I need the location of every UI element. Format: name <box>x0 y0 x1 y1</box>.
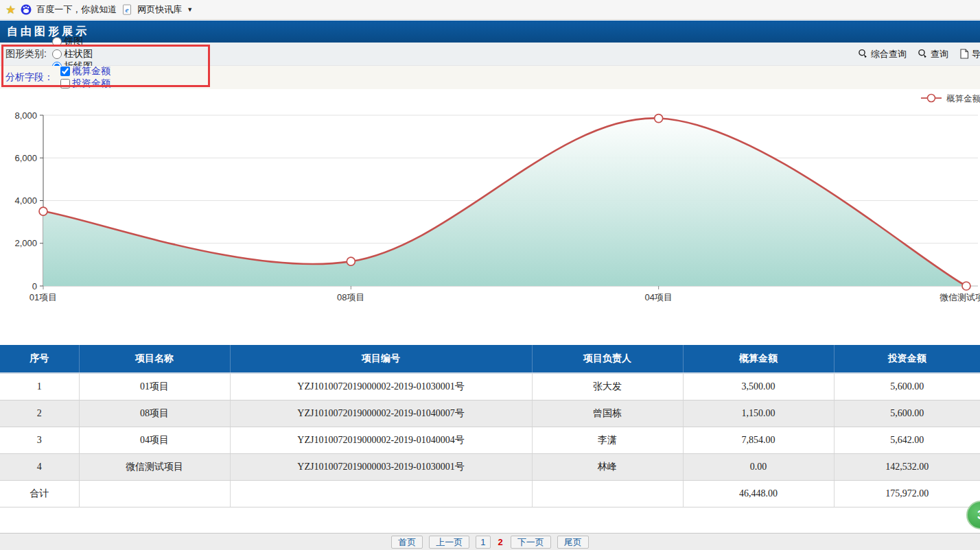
analysis-field-option[interactable]: 投资金额 <box>60 77 110 90</box>
pagination-current-page: 2 <box>497 536 504 548</box>
project-table: 序号项目名称项目编号项目负责人概算金额投资金额 101项目YZJ10100720… <box>0 345 980 507</box>
table-column-header: 序号 <box>0 345 79 373</box>
chart-type-radio[interactable] <box>52 37 62 47</box>
x-axis-category-label: 04项目 <box>644 292 672 302</box>
table-column-header: 概算金额 <box>683 345 834 373</box>
pagination-button-下一页[interactable]: 下一页 <box>511 536 551 549</box>
y-axis-tick-label: 0 <box>32 281 37 291</box>
table-cell: 4 <box>0 454 79 481</box>
table-total-cell: 175,972.00 <box>834 481 980 507</box>
x-axis-category-label: 01项目 <box>30 292 57 302</box>
y-axis-tick-label: 8,000 <box>14 110 37 121</box>
table-cell: 5,642.00 <box>834 427 980 454</box>
y-axis-tick-label: 2,000 <box>14 238 37 248</box>
pagination-button-上一页[interactable]: 上一页 <box>429 536 469 549</box>
chart-type-option[interactable]: 柱状图 <box>52 48 93 60</box>
feeds-label: 网页快讯库 <box>137 3 182 16</box>
floating-badge-label: 3 <box>977 508 980 523</box>
data-point-marker[interactable] <box>962 282 970 290</box>
export-icon <box>959 49 969 59</box>
table-cell: 2 <box>0 400 79 427</box>
y-axis-tick-label: 4,000 <box>14 195 37 206</box>
action-label: 导出 <box>972 48 980 60</box>
table-header-row: 序号项目名称项目编号项目负责人概算金额投资金额 <box>0 345 980 373</box>
analysis-field-label: 分析字段： <box>5 71 54 84</box>
table-cell: 1,150.00 <box>683 400 834 427</box>
chart-type-radio[interactable] <box>52 49 62 59</box>
table-total-cell: 合计 <box>0 481 79 507</box>
y-axis-tick-label: 6,000 <box>14 153 37 163</box>
chart-type-toolbar: 图形类别: 饼图柱状图折线图 综合查询查询导出 <box>0 43 980 66</box>
favorites-feeds-menu[interactable]: 网页快讯库 ▼ <box>137 3 193 16</box>
table-cell: 5,600.00 <box>834 400 980 427</box>
table-row[interactable]: 208项目YZJ1010072019000002-2019-01040007号曾… <box>0 400 980 427</box>
baidu-icon[interactable] <box>21 4 32 15</box>
data-point-marker[interactable] <box>347 257 355 265</box>
table-cell: 微信测试项目 <box>79 454 230 481</box>
table-cell: 08项目 <box>79 400 230 427</box>
data-point-marker[interactable] <box>655 115 663 123</box>
analysis-field-option[interactable]: 概算金额 <box>60 65 110 77</box>
line-chart-svg: 02,0004,0006,0008,00001项目08项目04项目微信测试项目概… <box>0 89 980 315</box>
table-total-cell <box>532 481 683 507</box>
table-cell: 曾国栋 <box>532 400 683 427</box>
table-total-row: 合计46,448.00175,972.00 <box>0 481 980 507</box>
action-label: 查询 <box>931 48 948 60</box>
table-column-header: 项目负责人 <box>532 345 683 373</box>
pagination-page-1[interactable]: 1 <box>476 536 490 549</box>
table-column-header: 项目编号 <box>230 345 532 373</box>
action-综合查询[interactable]: 综合查询 <box>858 48 907 60</box>
toolbar-actions: 综合查询查询导出 <box>858 48 980 60</box>
table-row[interactable]: 304项目YZJ1010072019000002-2019-01040004号李… <box>0 427 980 454</box>
analysis-field-option-label: 投资金额 <box>72 77 110 90</box>
table-cell: 张大发 <box>532 373 683 400</box>
table-total-cell <box>79 481 230 507</box>
favorites-bookmark-baidu[interactable]: 百度一下，你就知道 <box>36 3 117 16</box>
chart-type-option-label: 饼图 <box>64 36 83 48</box>
chevron-down-icon: ▼ <box>187 6 193 13</box>
action-查询[interactable]: 查询 <box>918 48 948 60</box>
search-icon <box>858 49 868 59</box>
table-cell: YZJ1010072019000002-2019-01040004号 <box>230 427 532 454</box>
favorites-star-icon[interactable]: ★ <box>5 4 16 16</box>
analysis-field-checkbox[interactable] <box>60 79 70 88</box>
action-导出[interactable]: 导出 <box>959 48 980 60</box>
search-icon <box>918 49 928 59</box>
table-column-header: 投资金额 <box>834 345 980 373</box>
x-axis-category-label: 08项目 <box>337 292 364 302</box>
browser-favorites-bar: ★ 百度一下，你就知道 e 网页快讯库 ▼ <box>0 0 980 20</box>
page-title: 自由图形展示 <box>0 21 980 43</box>
action-label: 综合查询 <box>871 48 907 60</box>
analysis-field-checkbox[interactable] <box>60 67 70 76</box>
table-cell: 3,500.00 <box>683 373 834 400</box>
x-axis-category-label: 微信测试项目 <box>940 292 980 302</box>
analysis-field-option-label: 概算金额 <box>72 65 110 77</box>
data-point-marker[interactable] <box>39 207 47 215</box>
bookmark-label: 百度一下，你就知道 <box>36 3 117 16</box>
project-table-wrap: 序号项目名称项目编号项目负责人概算金额投资金额 101项目YZJ10100720… <box>0 345 980 507</box>
table-cell: 5,600.00 <box>834 373 980 400</box>
table-cell: YZJ1010072019000002-2019-01030001号 <box>230 373 532 400</box>
table-cell: YZJ1010072019000002-2019-01040007号 <box>230 400 532 427</box>
legend-label[interactable]: 概算金额 <box>946 94 980 104</box>
legend-marker-icon[interactable] <box>928 95 935 102</box>
table-row[interactable]: 4微信测试项目YZJ1010072019000003-2019-01030001… <box>0 454 980 481</box>
table-column-header: 项目名称 <box>79 345 230 373</box>
pagination-button-尾页[interactable]: 尾页 <box>557 536 589 549</box>
pagination-button-首页[interactable]: 首页 <box>391 536 423 549</box>
table-cell: 1 <box>0 373 79 400</box>
table-row[interactable]: 101项目YZJ1010072019000002-2019-01030001号张… <box>0 373 980 400</box>
table-total-cell <box>230 481 532 507</box>
table-cell: 7,854.00 <box>683 427 834 454</box>
chart-type-option[interactable]: 饼图 <box>52 36 93 48</box>
analysis-field-toolbar: 分析字段： 概算金额投资金额 <box>0 66 980 89</box>
table-cell: YZJ1010072019000003-2019-01030001号 <box>230 454 532 481</box>
table-cell: 0.00 <box>683 454 834 481</box>
table-total-cell: 46,448.00 <box>683 481 834 507</box>
table-cell: 142,532.00 <box>834 454 980 481</box>
svg-text:e: e <box>126 5 129 14</box>
analysis-field-options: 概算金额投资金额 <box>60 65 117 90</box>
table-cell: 01项目 <box>79 373 230 400</box>
chart-type-option-label: 柱状图 <box>64 48 93 60</box>
table-cell: 李潇 <box>532 427 683 454</box>
